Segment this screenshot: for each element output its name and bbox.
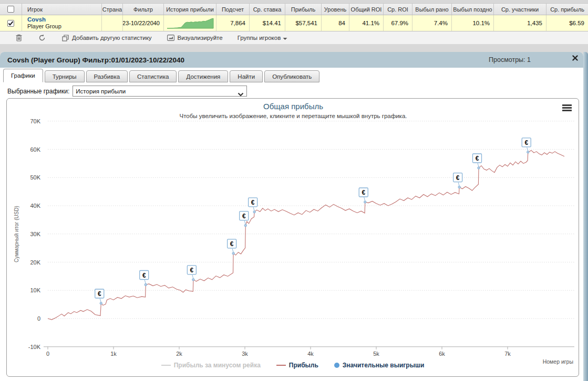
profit-chart[interactable]: Общая прибыльЧтобы увеличить изображение… [6, 98, 579, 377]
col-avg-roi[interactable]: Ср. ROI [384, 4, 412, 15]
svg-text:Чтобы увеличить изображение, к: Чтобы увеличить изображение, кликните и … [180, 113, 407, 119]
player-groups-label: Группы игроков [238, 35, 281, 41]
tab-achievements[interactable]: Достижения [178, 70, 228, 82]
visualize-label: Визуализируйте [178, 35, 223, 41]
legend-significant-wins[interactable]: Значительные выигрыши [334, 362, 425, 369]
col-profit[interactable]: Прибыль [285, 4, 322, 15]
svg-text:€: € [230, 240, 234, 248]
tab-tournaments[interactable]: Турниры [45, 70, 85, 82]
svg-text:€: € [362, 189, 365, 196]
tab-breakdown[interactable]: Разбивка [86, 70, 128, 82]
svg-text:€: € [456, 174, 460, 182]
col-out-late[interactable]: Выбыл поздно [452, 4, 494, 15]
svg-text:2k: 2k [176, 351, 182, 357]
select-all-checkbox[interactable] [7, 6, 14, 13]
chart-image-icon [167, 34, 175, 42]
blue-dot-swatch [334, 363, 339, 368]
col-count[interactable]: Подсчет [216, 4, 250, 15]
panel-header: Covsh (Player Group) Фильтр:01/01/2023-1… [0, 52, 583, 68]
table-toolbar: Добавить другую статистику Визуализируйт… [0, 31, 588, 44]
gray-line-swatch [161, 365, 171, 366]
chevron-down-icon [238, 89, 244, 99]
player-link[interactable]: Covsh [27, 16, 46, 23]
svg-text:60K: 60K [30, 146, 40, 153]
legend-profit-minus-rake[interactable]: Прибыль за минусом рейка [161, 362, 261, 369]
col-avg-profit[interactable]: Ср. прибыль [546, 4, 588, 15]
out-early-cell: 7.4% [412, 15, 452, 31]
col-country[interactable]: Страна [102, 4, 123, 15]
svg-text:20K: 20K [30, 259, 40, 266]
refresh-button[interactable] [38, 34, 46, 42]
tab-statistics[interactable]: Статистика [129, 70, 177, 82]
avg-profit-cell: $6.59 [546, 15, 588, 31]
player-stats-table: Игрок Страна Фильтр История прибыли Подс… [0, 3, 588, 44]
profit-cell: $57,541 [285, 15, 322, 31]
svg-text:€: € [142, 272, 146, 279]
copy-icon [61, 34, 69, 42]
add-statistic-label: Добавить другую статистику [72, 35, 152, 41]
col-filter[interactable]: Фильтр [123, 4, 164, 15]
profit-history-cell[interactable] [164, 15, 216, 31]
graph-select-value: История прибыли [73, 88, 126, 94]
visualize-button[interactable]: Визуализируйте [167, 34, 223, 42]
svg-text:0: 0 [46, 351, 49, 357]
svg-text:30K: 30K [30, 231, 40, 237]
svg-text:7k: 7k [504, 351, 511, 357]
table-header-row: Игрок Страна Фильтр История прибыли Подс… [0, 4, 588, 15]
out-late-cell: 10.1% [452, 15, 494, 31]
legend-profit[interactable]: Прибыль [276, 362, 318, 369]
svg-text:-10K: -10K [28, 344, 41, 350]
col-total-roi[interactable]: Общий ROI [349, 4, 384, 15]
col-level[interactable]: Уровень [322, 4, 349, 15]
svg-text:€: € [98, 290, 101, 298]
col-out-early[interactable]: Выбыл рано [412, 4, 452, 15]
svg-text:0: 0 [37, 315, 40, 322]
svg-text:40K: 40K [30, 203, 40, 209]
svg-text:€: € [524, 139, 528, 146]
legend-label: Прибыль за минусом рейка [174, 362, 261, 369]
legend-label: Прибыль [289, 362, 318, 369]
svg-text:5k: 5k [373, 351, 379, 357]
panel-title: Covsh (Player Group) Фильтр:01/01/2023-1… [7, 56, 184, 64]
red-line-swatch [276, 365, 286, 366]
avg-entrants-cell: 1,435 [494, 15, 546, 31]
col-avg-entrants[interactable]: Ср. участники [494, 4, 546, 15]
tab-publish[interactable]: Опубликовать [264, 70, 319, 82]
player-cell: Covsh Player Group [22, 15, 102, 31]
svg-text:€: € [251, 199, 255, 206]
row-checkbox[interactable] [7, 20, 14, 27]
col-profit-history[interactable]: История прибыли [164, 4, 216, 15]
delete-button[interactable] [15, 34, 23, 42]
col-player[interactable]: Игрок [22, 4, 102, 15]
svg-text:10K: 10K [30, 287, 40, 293]
chart-canvas: Общая прибыльЧтобы увеличить изображение… [7, 99, 579, 376]
level-cell: 84 [322, 15, 349, 31]
player-type: Player Group [27, 23, 61, 30]
graph-select[interactable]: История прибыли [73, 86, 247, 97]
svg-text:Общая прибыль: Общая прибыль [263, 102, 323, 111]
tab-bar: Графики Турниры Разбивка Статистика Дост… [3, 69, 321, 82]
caret-down-icon [283, 33, 287, 43]
total-roi-cell: 41.1% [349, 15, 384, 31]
svg-text:70K: 70K [30, 118, 40, 124]
tab-graphs[interactable]: Графики [3, 69, 43, 82]
right-edge-strip [583, 52, 588, 381]
page: Игрок Страна Фильтр История прибыли Подс… [0, 0, 588, 381]
avg-roi-cell: 67.9% [384, 15, 412, 31]
add-statistic-button[interactable]: Добавить другую статистику [61, 34, 152, 42]
chart-menu-icon[interactable] [562, 104, 572, 112]
tab-find[interactable]: Найти [230, 70, 263, 82]
count-cell: 7,864 [216, 15, 250, 31]
graph-select-label: Выбранные графики: [7, 88, 69, 95]
check-icon [8, 20, 14, 26]
legend-label: Значительные выигрыши [343, 362, 425, 369]
row-select-cell [0, 15, 22, 31]
close-icon[interactable] [572, 54, 578, 63]
col-avg-stake[interactable]: Ср. ставка [250, 4, 285, 15]
profit-sparkline [166, 17, 214, 29]
player-groups-dropdown[interactable]: Группы игроков [238, 33, 288, 43]
svg-text:€: € [476, 155, 479, 162]
views-counter: Просмотры: 1 [489, 56, 531, 64]
svg-text:6k: 6k [439, 351, 445, 357]
avg-stake-cell: $14.41 [250, 15, 285, 31]
